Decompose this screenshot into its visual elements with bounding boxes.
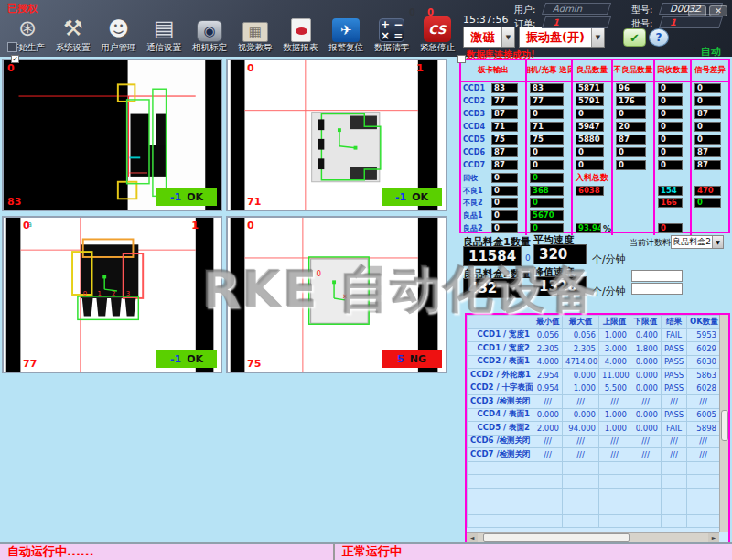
quality-cell: 0.056 — [563, 328, 599, 342]
scroll-right-icon[interactable]: ► — [708, 533, 719, 543]
calculator-icon: + − × = — [379, 18, 404, 42]
value-box: 0 — [530, 109, 564, 119]
chevron-down-icon[interactable]: ▼ — [712, 236, 723, 248]
quality-cell: FAIL — [662, 422, 687, 436]
quality-table-header: OK数量 — [687, 316, 720, 329]
value-box: 5670 — [530, 210, 564, 221]
camera-view-3[interactable]: 0 1 2 3 a 0 1 77 -1 OK — [2, 216, 222, 373]
toolbar-button-alarm-reset[interactable]: ✈报警复位 — [324, 6, 368, 54]
toolbar-button-users[interactable]: ☻用户管理 — [97, 6, 141, 54]
toolbar-button-tools[interactable]: ⚒系统设置 — [51, 6, 95, 54]
quality-cell-empty — [599, 488, 630, 501]
camera2-graphics — [228, 60, 446, 210]
grid-cell: 0 — [655, 121, 692, 134]
chevron-down-icon[interactable]: ▼ — [501, 27, 514, 47]
value-box: 166 — [658, 198, 683, 208]
quality-row-label: CCD2 / 表面1 — [468, 355, 533, 369]
scrollbar-thumb[interactable] — [721, 410, 728, 441]
film-reel-icon: ⊛ — [13, 15, 42, 42]
grid-cell: 0 — [527, 108, 573, 121]
camera-view-4[interactable]: 0 x 0 75 5 NG — [226, 216, 447, 373]
value-box: 77 — [530, 96, 564, 106]
box1-count-value: 11584 — [463, 246, 522, 266]
table-row: CCD3 /检测关闭////////////////// — [468, 395, 720, 409]
quality-cell-empty — [533, 461, 563, 475]
scrollbar-thumb[interactable] — [483, 533, 630, 542]
value-box: 0 — [491, 186, 518, 196]
value-box: 5947 — [576, 122, 604, 132]
grid-cell: 0 — [655, 222, 692, 235]
user-value: Admin — [552, 4, 584, 14]
toolbar-button-vision-teach[interactable]: ▦视觉教导 — [233, 6, 277, 54]
grid-cell: 6038 — [573, 184, 613, 197]
quality-cell: /// — [563, 395, 599, 409]
grid-cell: 0 — [489, 222, 527, 235]
value-box: 0 — [616, 160, 646, 170]
camera3-count-bottom: 77 — [23, 358, 37, 370]
toolbar-button-calculator[interactable]: + − × =数据清零 — [370, 6, 414, 54]
toolbar-button-camera[interactable]: ◉相机标定 — [188, 6, 231, 54]
quality-row-label: CCD4 / 表面1 — [468, 408, 533, 422]
value-box: 0 — [530, 173, 564, 183]
grid-cell: 0 — [613, 145, 655, 158]
table-row: CCD4 / 表面10.0000.0001.0000.000PASS6005 — [468, 408, 720, 422]
camera-view-2[interactable]: 0 1 71 -1 OK — [226, 59, 447, 211]
quality-cell: 2.954 — [533, 369, 563, 382]
camera1-count-bottom: 83 — [7, 196, 21, 208]
grid-cell — [613, 197, 655, 210]
quality-cell: 2.000 — [533, 422, 563, 436]
badge-status: OK — [187, 191, 203, 203]
quality-table-header: 最小值 — [533, 316, 563, 329]
scroll-left-icon[interactable]: ◄ — [467, 533, 478, 543]
toolbar-button-report[interactable]: 数据报表 — [279, 6, 323, 54]
close-button[interactable]: ✕ — [709, 5, 727, 16]
grid-cell: 0 — [489, 171, 527, 184]
camera-view-1[interactable]: 0 83 -1 OK — [2, 59, 222, 211]
chevron-down-icon[interactable]: ▼ — [591, 27, 604, 47]
grid-cell: 0 — [573, 158, 613, 171]
value-box: 0 — [658, 160, 683, 170]
help-button[interactable]: ? — [649, 28, 669, 47]
value-box: 154 — [658, 186, 683, 196]
grid-row-label: CCD7 — [461, 158, 489, 171]
batch-field: 1 — [659, 16, 723, 28]
camera4-count-bottom: 75 — [247, 358, 261, 370]
grid-row-label: 不良1 — [461, 184, 489, 197]
grid-cell: 87 — [613, 134, 655, 146]
value-box: 87 — [694, 160, 721, 170]
svg-text:3: 3 — [126, 290, 130, 297]
quality-cell-empty — [533, 501, 563, 515]
spare-input-2[interactable] — [631, 283, 683, 295]
quality-cell: 5.500 — [599, 382, 630, 395]
excitation-dropdown[interactable]: 激磁 ▼ — [463, 27, 515, 48]
grid-cell — [655, 171, 692, 184]
grid-cell: 0 — [655, 134, 692, 146]
panel-checkbox[interactable] — [458, 55, 466, 63]
quality-row-label: CCD3 /检测关闭 — [468, 395, 533, 409]
vertical-scrollbar[interactable] — [719, 315, 728, 532]
quality-cell: /// — [533, 448, 563, 462]
minimize-button[interactable]: — — [688, 5, 706, 16]
quality-cell: 0.400 — [630, 328, 662, 342]
toolbar-button-emergency-stop[interactable]: CS紧急停止 — [415, 6, 459, 54]
value-box: 83 — [530, 83, 564, 93]
horizontal-scrollbar[interactable]: ◄ ► — [467, 532, 719, 542]
camera-checkbox[interactable]: ✓ — [11, 55, 19, 63]
quality-cell-empty — [533, 514, 563, 528]
grid-cell: 5871 — [573, 82, 613, 95]
current-counter-dropdown[interactable]: 良品料盒2 ▼ — [671, 235, 724, 249]
quality-cell: /// — [563, 435, 599, 448]
quality-cell: 4.000 — [599, 355, 630, 369]
value-box: 71 — [530, 122, 564, 132]
spare-input-1[interactable] — [631, 270, 683, 282]
confirm-button[interactable]: ✔ — [623, 28, 646, 47]
table-row: CCD2 / 外轮廓12.9540.00011.0000.000PASS5863 — [468, 369, 720, 382]
value-box: 20 — [616, 122, 646, 132]
value-box: 0 — [616, 147, 646, 157]
toolbar-button-server[interactable]: ▤通信设置 — [142, 6, 186, 54]
quality-cell: 0.000 — [630, 382, 662, 395]
box2-count-value: 432 — [463, 278, 522, 298]
quality-cell-empty — [662, 514, 687, 528]
tools-icon: ⚒ — [59, 15, 88, 42]
quality-cell-empty — [630, 488, 662, 501]
